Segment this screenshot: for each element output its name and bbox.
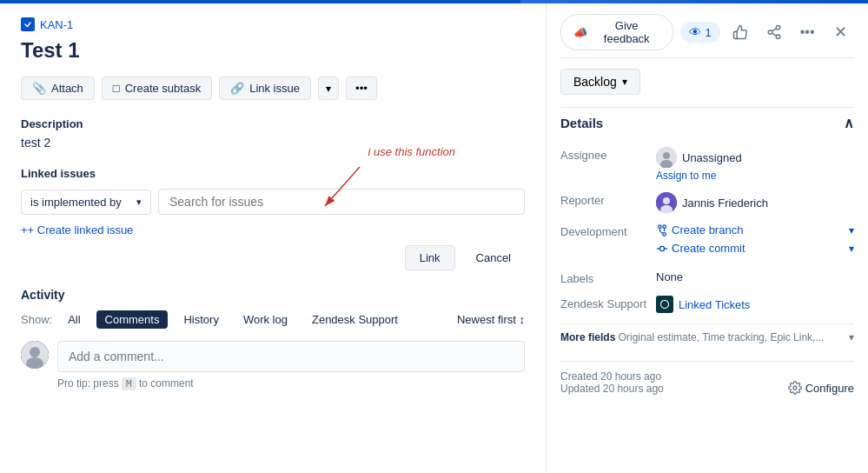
eye-icon: 👁 [689, 25, 701, 39]
assignee-label: Assignee [560, 147, 656, 162]
svg-point-18 [663, 224, 666, 228]
svg-point-3 [30, 347, 40, 357]
close-button[interactable]: ✕ [827, 18, 854, 46]
ellipsis-h-icon: ••• [800, 24, 815, 40]
linked-issues-row: is implemented by ▾ [21, 189, 525, 215]
svg-line-1 [325, 167, 360, 206]
configure-button[interactable]: Configure [788, 381, 854, 395]
created-label: Created 20 hours ago [560, 370, 664, 383]
labels-label: Labels [560, 270, 656, 285]
issue-key-header: KAN-1 [21, 17, 525, 31]
type-select-label: is implemented by [30, 196, 122, 209]
svg-point-11 [663, 152, 670, 159]
filter-zendesk[interactable]: Zendesk Support [303, 310, 407, 329]
backlog-row: Backlog ▾ [560, 69, 854, 95]
development-row: Development Create branch ▾ Create commi… [560, 223, 854, 260]
configure-label: Configure [805, 382, 854, 395]
annotation-text: i use this function [368, 145, 455, 158]
zendesk-icon [656, 296, 673, 313]
create-linked-issue-button[interactable]: + + Create linked issue [21, 223, 525, 236]
labels-row: Labels None [560, 270, 854, 285]
newest-first-button[interactable]: Newest first ↕ [457, 313, 525, 326]
user-avatar [21, 341, 49, 369]
more-options-button[interactable]: ••• [794, 18, 821, 46]
action-bar: 📎 Attach □ Create subtask 🔗 Link issue ▾… [21, 77, 525, 100]
create-branch-row: Create branch ▾ [656, 223, 854, 236]
filter-history[interactable]: History [175, 310, 227, 329]
svg-point-14 [663, 197, 670, 204]
more-actions-chevron[interactable]: ▾ [318, 77, 339, 100]
linked-issues-title: Linked issues [21, 167, 525, 180]
ellipsis-icon: ••• [355, 82, 368, 95]
collapse-icon[interactable]: ∧ [844, 115, 854, 131]
development-label: Development [560, 223, 656, 238]
zendesk-value: Linked Tickets [656, 296, 854, 313]
link-icon: 🔗 [230, 82, 244, 95]
filter-worklog[interactable]: Work log [235, 310, 296, 329]
thumbsup-button[interactable] [727, 18, 754, 46]
link-issue-button[interactable]: 🔗 Link issue [219, 77, 311, 100]
link-button[interactable]: Link [405, 245, 455, 270]
give-feedback-button[interactable]: 📣 Give feedback [560, 14, 673, 50]
linked-issues-section: Linked issues i use this function is imp… [21, 167, 525, 270]
zendesk-label: Zendesk Support [560, 296, 656, 310]
issue-title: Test 1 [21, 38, 525, 63]
link-actions: Link Cancel [21, 245, 525, 270]
issue-type-select[interactable]: is implemented by ▾ [21, 190, 151, 215]
more-actions-button[interactable]: ••• [346, 77, 377, 100]
close-icon: ✕ [834, 23, 847, 42]
footer-info: Created 20 hours ago Updated 20 hours ag… [560, 361, 854, 395]
assign-to-me-link[interactable]: Assign to me [656, 170, 854, 182]
issue-key: KAN-1 [40, 18, 73, 31]
comment-input[interactable]: Add a comment... [57, 341, 525, 372]
attach-button[interactable]: 📎 Attach [21, 77, 95, 100]
paperclip-icon: 📎 [32, 82, 46, 95]
svg-point-17 [663, 232, 666, 236]
watch-badge[interactable]: 👁 1 [680, 22, 719, 43]
description-label: Description [21, 117, 525, 130]
filter-all[interactable]: All [59, 310, 89, 329]
create-commit-chevron-icon[interactable]: ▾ [849, 243, 854, 255]
backlog-button[interactable]: Backlog ▾ [560, 69, 640, 95]
megaphone-icon: 📣 [573, 26, 587, 39]
share-button[interactable] [760, 18, 787, 46]
svg-line-9 [772, 29, 776, 31]
svg-point-22 [793, 386, 797, 390]
details-header: Details ∧ [560, 107, 854, 138]
assignee-value: Unassigned Assign to me [656, 147, 854, 182]
rp-topbar: 📣 Give feedback 👁 1 ••• ✕ [560, 14, 854, 58]
comment-row: Add a comment... [21, 341, 525, 372]
more-fields-label: More fields Original estimate, Time trac… [560, 331, 824, 343]
create-branch-link[interactable]: Create branch [656, 223, 743, 236]
show-label: Show: [21, 313, 52, 326]
keyboard-shortcut-m: M [122, 377, 136, 390]
svg-point-5 [776, 26, 780, 30]
plus-icon: + [21, 223, 28, 236]
right-panel: 📣 Give feedback 👁 1 ••• ✕ Backlo [547, 3, 868, 473]
create-branch-chevron-icon[interactable]: ▾ [849, 224, 854, 236]
create-subtask-button[interactable]: □ Create subtask [102, 77, 212, 100]
zendesk-row: Zendesk Support Linked Tickets [560, 296, 854, 313]
labels-value: None [656, 270, 854, 283]
activity-section: Activity Show: All Comments History Work… [21, 288, 525, 390]
left-panel: KAN-1 Test 1 📎 Attach □ Create subtask 🔗… [0, 3, 547, 473]
assignee-row: Assignee Unassigned Assign to me [560, 147, 854, 182]
development-value: Create branch ▾ Create commit ▾ [656, 223, 854, 260]
reporter-label: Reporter [560, 192, 656, 207]
subtask-icon: □ [113, 82, 120, 95]
jira-checkbox-icon [21, 17, 35, 31]
cancel-button[interactable]: Cancel [462, 246, 525, 270]
reporter-row: Reporter Jannis Friederich [560, 192, 854, 213]
create-commit-link[interactable]: Create commit [656, 242, 745, 255]
create-commit-row: Create commit ▾ [656, 242, 854, 255]
chevron-down-icon: ▾ [326, 83, 331, 95]
filter-comments[interactable]: Comments [96, 310, 169, 329]
svg-point-6 [768, 30, 772, 35]
backlog-chevron-icon: ▾ [622, 76, 627, 88]
pro-tip: Pro tip: press M to comment [57, 377, 525, 390]
svg-point-7 [776, 35, 780, 39]
type-chevron-icon: ▾ [136, 197, 142, 208]
svg-point-19 [659, 246, 664, 250]
more-fields-row[interactable]: More fields Original estimate, Time trac… [560, 323, 854, 350]
reporter-avatar [656, 192, 677, 213]
